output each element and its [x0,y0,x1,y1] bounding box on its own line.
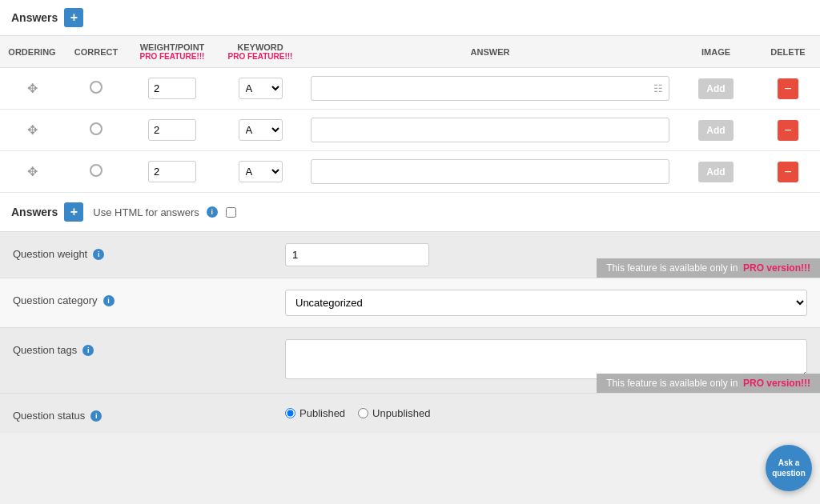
grid-icon: ☷ [653,82,663,94]
question-weight-label: Question weight i [13,243,285,260]
keyword-pro-label: PRO Feature!!! [224,52,296,61]
drag-handle-icon[interactable]: ✥ [27,165,38,178]
weight-pro-label: PRO Feature!!! [136,52,208,61]
question-category-section: Question category i Uncategorized Catego… [0,278,820,328]
question-weight-section: Question weight i This feature is availa… [0,232,820,278]
table-row: ✥ ABCD Add − [0,151,820,193]
question-tags-label: Question tags i [13,339,285,356]
html-checkbox[interactable] [226,207,236,218]
drag-handle-icon[interactable]: ✥ [27,123,38,137]
weight-input-0[interactable] [148,78,196,99]
question-category-select[interactable]: Uncategorized Category 1 Category 2 [285,290,807,316]
status-info-icon: i [90,410,102,422]
main-container: Answers + ORDERING CORRECT WEIGHT/POINT … [0,0,820,433]
col-delete-header: DELETE [756,36,820,68]
question-status-label: Question status i [13,405,285,422]
question-tags-section: Question tags i This feature is availabl… [0,328,820,394]
drag-handle-icon[interactable]: ✥ [27,82,38,95]
answers-top-header: Answers + [0,0,820,36]
col-answer-header: ANSWER [304,36,676,68]
tags-pro-text: PRO version!!! [743,378,810,389]
weight-pro-notice: This feature is available only in PRO ve… [597,258,820,278]
weight-input-1[interactable] [148,119,196,141]
status-published-label[interactable]: Published [285,407,345,419]
add-answer-bottom-button[interactable]: + [64,202,83,222]
weight-info-icon: i [93,249,104,260]
answers-table: ORDERING CORRECT WEIGHT/POINT PRO Featur… [0,36,820,193]
col-ordering-header: ORDERING [0,36,64,68]
tags-pro-notice: This feature is available only in PRO ve… [597,374,820,393]
table-row: ✥ ABCD ☷ Add − [0,68,820,110]
answer-input-0[interactable] [311,76,669,101]
table-row: ✥ ABCD Add − [0,110,820,151]
question-category-control: Uncategorized Category 1 Category 2 [285,290,807,316]
html-checkbox-label: Use HTML for answers i [93,206,235,218]
table-header-row: ORDERING CORRECT WEIGHT/POINT PRO Featur… [0,36,820,68]
status-radio-group: Published Unpublished [285,407,430,419]
answer-input-2[interactable] [311,159,669,184]
add-image-btn-0[interactable]: Add [698,78,733,99]
weight-pro-text: PRO version!!! [743,262,810,274]
question-category-label: Question category i [13,290,285,306]
delete-btn-0[interactable]: − [778,78,798,99]
answers-top-label: Answers [11,11,58,24]
add-answer-top-button[interactable]: + [64,8,83,27]
keyword-select-2[interactable]: ABCD [239,161,283,182]
html-info-icon: i [207,206,218,218]
col-weight-header: WEIGHT/POINT PRO Feature!!! [128,36,216,68]
keyword-select-0[interactable]: ABCD [239,78,283,99]
keyword-select-1[interactable]: ABCD [239,119,283,141]
col-keyword-header: KEYWORD PRO Feature!!! [216,36,304,68]
category-info-icon: i [103,295,115,306]
correct-radio-0[interactable] [90,81,102,94]
status-published-radio[interactable] [285,408,295,418]
answer-input-1[interactable] [311,118,669,142]
question-weight-input[interactable] [285,243,429,266]
question-status-section: Question status i Published Unpublished [0,394,820,433]
add-image-btn-2[interactable]: Add [698,162,733,182]
status-unpublished-radio[interactable] [358,408,368,418]
answers-bottom-bar: Answers + Use HTML for answers i [0,193,820,232]
answers-bottom-label: Answers [11,206,58,218]
weight-input-2[interactable] [148,161,196,182]
delete-btn-2[interactable]: − [778,162,798,182]
ask-question-bubble[interactable]: Ask a question [766,445,812,491]
col-image-header: IMAGE [676,36,756,68]
add-image-btn-1[interactable]: Add [698,120,733,141]
status-unpublished-label[interactable]: Unpublished [358,407,430,419]
col-correct-header: CORRECT [64,36,128,68]
delete-btn-1[interactable]: − [778,120,798,141]
correct-radio-2[interactable] [90,164,102,177]
correct-radio-1[interactable] [90,122,102,135]
tags-info-icon: i [82,345,94,356]
